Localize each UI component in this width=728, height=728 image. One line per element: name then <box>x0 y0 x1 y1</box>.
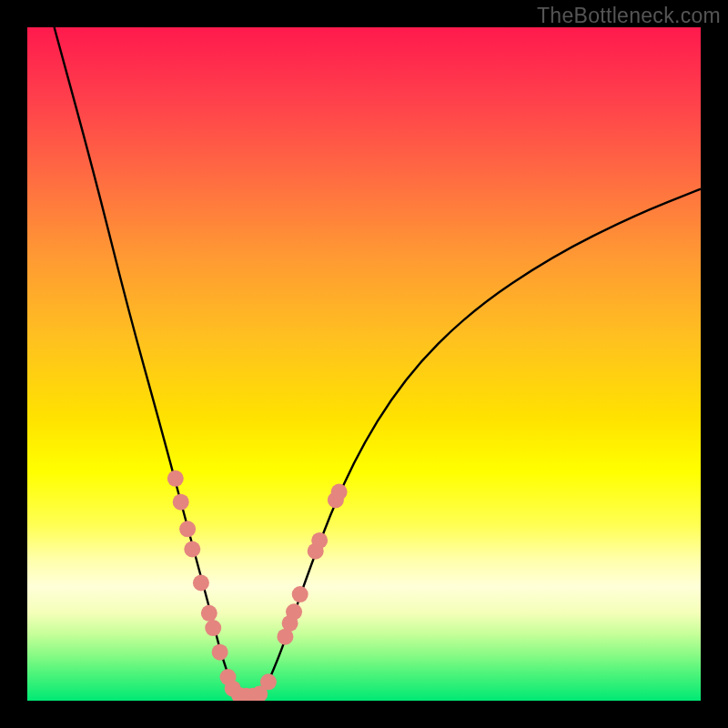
curve-left-curve <box>55 27 237 694</box>
benchmark-dot <box>184 541 200 558</box>
benchmark-dot <box>167 470 184 487</box>
benchmark-dot <box>173 494 189 511</box>
benchmark-dot <box>260 673 277 690</box>
outer-frame: TheBottleneck.com <box>0 0 728 728</box>
chart-svg <box>27 27 701 701</box>
benchmark-dot <box>331 484 348 500</box>
benchmark-dot <box>193 575 209 592</box>
benchmark-dot <box>201 605 217 622</box>
plot-area <box>27 27 701 701</box>
curve-layer <box>55 27 701 694</box>
curve-right-curve <box>263 189 701 694</box>
benchmark-dot <box>212 644 228 661</box>
watermark-text: TheBottleneck.com <box>537 4 721 28</box>
benchmark-dot <box>179 521 196 537</box>
benchmark-dot <box>286 603 302 620</box>
benchmark-dot <box>311 532 328 549</box>
benchmark-dot <box>292 586 308 602</box>
benchmark-dot <box>205 620 221 636</box>
marker-layer <box>167 470 348 701</box>
